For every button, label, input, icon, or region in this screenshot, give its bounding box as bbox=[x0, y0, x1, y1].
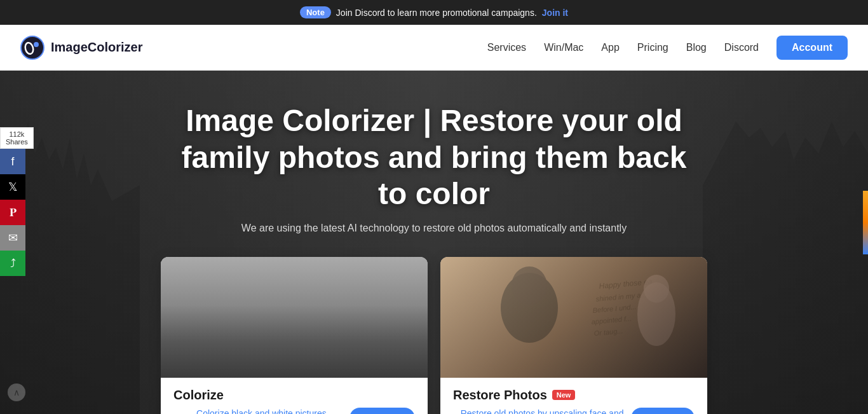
nav-winmac[interactable]: Win/Mac bbox=[544, 42, 583, 53]
svg-text:shined in my a...: shined in my a... bbox=[595, 291, 647, 303]
restore-card: Happy those ea... shined in my a... Befo… bbox=[440, 257, 707, 414]
restore-card-title-row: Restore Photos New bbox=[453, 388, 695, 403]
colorize-card: Colorize Colorize black and white pictur… bbox=[161, 257, 428, 414]
banner-link[interactable]: Join it bbox=[542, 8, 568, 18]
restore-card-body: Restore Photos New Restore old photos by… bbox=[440, 378, 707, 414]
twitter-share-button[interactable]: 𝕏 bbox=[0, 174, 25, 200]
banner-message: Join Discord to learn more promotional c… bbox=[336, 8, 537, 18]
hero-content: Image Colorizer | Restore your old famil… bbox=[0, 71, 868, 414]
restore-card-desc: Restore old photos by upscaling face and… bbox=[453, 408, 631, 414]
hero-section: Image Colorizer | Restore your old famil… bbox=[0, 71, 868, 414]
shares-count: 112k bbox=[6, 130, 28, 138]
svg-rect-11 bbox=[332, 286, 361, 359]
cards-row: Colorize Colorize black and white pictur… bbox=[10, 257, 858, 414]
colorize-card-thumbnail bbox=[161, 257, 428, 378]
svg-rect-8 bbox=[231, 276, 262, 359]
header: ImageColorizer Services Win/Mac App Pric… bbox=[0, 25, 868, 71]
svg-text:Or taug...: Or taug... bbox=[593, 327, 623, 337]
svg-point-15 bbox=[199, 265, 250, 280]
svg-rect-3 bbox=[161, 257, 428, 378]
colorize-card-body: Colorize Colorize black and white pictur… bbox=[161, 378, 428, 414]
svg-point-26 bbox=[637, 282, 675, 346]
restore-card-image: Happy those ea... shined in my a... Befo… bbox=[440, 257, 707, 378]
restore-card-svg: Happy those ea... shined in my a... Befo… bbox=[440, 257, 707, 378]
svg-text:appointed f...: appointed f... bbox=[591, 314, 632, 325]
svg-point-2 bbox=[34, 42, 39, 47]
restore-action-row: Restore old photos by upscaling face and… bbox=[453, 408, 695, 414]
nav: Services Win/Mac App Pricing Blog Discor… bbox=[487, 36, 848, 60]
right-edge-bar bbox=[863, 191, 868, 254]
svg-point-16 bbox=[320, 258, 383, 275]
nav-pricing[interactable]: Pricing bbox=[637, 42, 668, 53]
restore-card-thumbnail: Happy those ea... shined in my a... Befo… bbox=[440, 257, 707, 378]
svg-rect-12 bbox=[364, 295, 390, 359]
shares-count-label: 112k Shares bbox=[0, 127, 34, 149]
colorize-card-svg bbox=[161, 257, 428, 378]
social-sidebar: 112k Shares f 𝕏 𝐏 ✉ ⤴ bbox=[0, 127, 34, 276]
hero-subtitle: We are using the latest AI technology to… bbox=[10, 223, 858, 234]
svg-rect-7 bbox=[208, 292, 227, 359]
svg-rect-5 bbox=[161, 257, 428, 308]
top-banner: Note Join Discord to learn more promotio… bbox=[0, 0, 868, 25]
nav-discord[interactable]: Discord bbox=[724, 42, 759, 53]
pinterest-share-button[interactable]: 𝐏 bbox=[0, 200, 25, 225]
colorize-card-desc: Colorize black and white pictures automa… bbox=[173, 408, 349, 414]
colorize-card-image bbox=[161, 257, 428, 378]
email-share-button[interactable]: ✉ bbox=[0, 225, 25, 251]
svg-rect-9 bbox=[266, 289, 288, 359]
logo[interactable]: ImageColorizer bbox=[20, 36, 142, 60]
svg-rect-17 bbox=[440, 257, 707, 378]
nav-services[interactable]: Services bbox=[487, 42, 526, 53]
svg-text:Before I und...: Before I und... bbox=[592, 303, 637, 314]
svg-point-27 bbox=[644, 275, 669, 303]
nav-app[interactable]: App bbox=[601, 42, 619, 53]
general-share-button[interactable]: ⤴ bbox=[0, 251, 25, 276]
svg-rect-6 bbox=[180, 282, 205, 359]
svg-rect-18 bbox=[440, 257, 707, 378]
colorize-card-title: Colorize bbox=[173, 388, 224, 403]
shares-label: Shares bbox=[6, 138, 28, 146]
hero-title: Image Colorizer | Restore your old famil… bbox=[180, 102, 688, 212]
colorize-button[interactable]: Colorize bbox=[349, 408, 415, 414]
logo-icon bbox=[20, 36, 44, 60]
logo-text: ImageColorizer bbox=[51, 40, 142, 55]
svg-rect-10 bbox=[291, 270, 329, 359]
banner-note-badge: Note bbox=[300, 6, 331, 18]
facebook-share-button[interactable]: f bbox=[0, 149, 25, 174]
svg-marker-13 bbox=[231, 346, 358, 378]
svg-point-24 bbox=[501, 273, 558, 343]
nav-blog[interactable]: Blog bbox=[686, 42, 707, 53]
restore-card-title: Restore Photos New bbox=[453, 388, 575, 403]
svg-point-25 bbox=[512, 266, 547, 305]
colorize-card-title-row: Colorize bbox=[173, 388, 415, 403]
svg-text:Happy those ea...: Happy those ea... bbox=[599, 277, 659, 291]
colorize-action-row: Colorize black and white pictures automa… bbox=[173, 408, 415, 414]
new-badge: New bbox=[552, 390, 576, 400]
account-button[interactable]: Account bbox=[776, 36, 848, 60]
svg-rect-4 bbox=[161, 321, 428, 378]
restore-button[interactable]: Restore bbox=[631, 408, 695, 414]
